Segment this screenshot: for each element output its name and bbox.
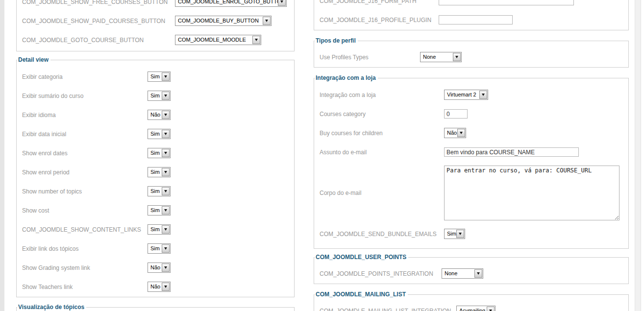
field-label: Exibir categoria: [22, 73, 148, 80]
select-value: Virtuemart 2: [445, 91, 479, 99]
row-j16-form-path: COM_JOOMDLE_J16_FORM_PATH: [314, 0, 628, 10]
field-label: COM_JOOMDLE_SHOW_PAID_COURSES_BUTTON: [22, 18, 175, 24]
select-value: Não: [149, 283, 162, 291]
show-paid-courses-button-select[interactable]: COM_JOOMDLE_BUY_BUTTON: [175, 16, 272, 26]
row-use-profiles-types: Use Profiles Types None: [314, 48, 628, 67]
j16-profile-plugin-input[interactable]: [439, 15, 513, 24]
field-label: Buy courses for children: [320, 130, 444, 137]
goto-course-button-select[interactable]: COM_JOOMDLE_MOODLE: [175, 35, 261, 45]
dropdown-arrow-icon: [162, 111, 170, 119]
j16-form-path-input[interactable]: [439, 0, 574, 5]
fieldset-mailing-list: COM_JOOMDLE_MAILING_LIST COM_JOOMDLE_MAI…: [314, 291, 629, 311]
row-goto-course-button: COM_JOOMDLE_GOTO_COURSE_BUTTON COM_JOOMD…: [17, 30, 294, 49]
field-label: Assunto do e-mail: [320, 149, 444, 156]
exibir-sumario-select[interactable]: Sim: [148, 91, 171, 101]
dropdown-arrow-icon: [479, 91, 487, 99]
exibir-link-topicos-select[interactable]: Sim: [148, 243, 171, 254]
field-label: Integração com a loja: [320, 92, 444, 98]
exibir-categoria-select[interactable]: Sim: [148, 72, 171, 82]
buy-courses-for-children-select[interactable]: Não: [444, 128, 466, 138]
mailing-list-integration-select[interactable]: Acymailing: [456, 306, 495, 311]
show-teachers-link-select[interactable]: Não: [148, 282, 171, 292]
dropdown-arrow-icon: [162, 225, 170, 234]
row-show-teachers-link: Show Teachers link Não: [17, 277, 294, 296]
dropdown-arrow-icon: [162, 72, 170, 81]
select-value: COM_JOOMDLE_MOODLE: [176, 36, 252, 44]
fieldset-legend: Detail view: [17, 56, 50, 64]
field-label: COM_JOOMDLE_SHOW_CONTENT_LINKS: [22, 226, 148, 233]
row-send-bundle-emails: COM_JOOMDLE_SEND_BUNDLE_EMAILS Sim: [314, 224, 628, 243]
dropdown-arrow-icon: [263, 17, 271, 25]
dropdown-arrow-icon: [453, 53, 461, 61]
show-cost-select[interactable]: Sim: [148, 205, 171, 215]
dropdown-arrow-icon: [162, 187, 170, 195]
right-scroll-track[interactable]: [635, 0, 641, 311]
show-enrol-dates-select[interactable]: Sim: [148, 148, 171, 158]
row-exibir-idioma: Exibir idioma Não: [17, 105, 294, 124]
use-profiles-types-select[interactable]: None: [420, 52, 462, 62]
dropdown-arrow-icon: [252, 36, 260, 44]
dropdown-arrow-icon: [162, 92, 170, 100]
show-content-links-select[interactable]: Sim: [148, 224, 171, 235]
field-label: Exibir idioma: [22, 112, 148, 119]
dropdown-arrow-icon: [162, 130, 170, 138]
row-j16-profile-plugin: COM_JOOMDLE_J16_PROFILE_PLUGIN: [314, 10, 628, 29]
dropdown-arrow-icon: [457, 129, 465, 137]
select-value: Não: [149, 111, 162, 119]
fieldset-j16: COM_JOOMDLE_J16_FORM_PATH COM_JOOMDLE_J1…: [314, 0, 629, 30]
select-value: None: [421, 53, 453, 61]
email-body-textarea[interactable]: Para entrar no curso, vá para: COURSE_UR…: [444, 166, 619, 220]
select-value: COM_JOOMDLE_ENROL_GOTO_BUTTON: [176, 0, 278, 6]
fieldset-legend: COM_JOOMDLE_MAILING_LIST: [315, 291, 408, 298]
email-subject-input[interactable]: [444, 147, 579, 157]
fieldset-legend: Tipos de perfil: [315, 37, 358, 45]
courses-category-input[interactable]: [444, 109, 468, 119]
send-bundle-emails-select[interactable]: Sim: [444, 229, 465, 239]
row-show-enrol-dates: Show enrol dates Sim: [17, 144, 294, 163]
exibir-data-inicial-select[interactable]: Sim: [148, 129, 171, 139]
row-store-integration: Integração com a loja Virtuemart 2: [314, 85, 628, 104]
select-value: Sim: [149, 92, 162, 100]
row-show-number-of-topics: Show number of topics Sim: [17, 182, 294, 201]
select-value: Sim: [149, 206, 162, 215]
show-grading-system-link-select[interactable]: Não: [148, 263, 171, 273]
select-value: Sim: [149, 225, 162, 234]
show-number-of-topics-select[interactable]: Sim: [148, 186, 171, 196]
field-label: Show number of topics: [22, 188, 148, 195]
select-value: Sim: [149, 187, 162, 195]
select-value: Sim: [149, 149, 162, 157]
select-value: None: [443, 269, 474, 278]
field-label: Show enrol period: [22, 169, 148, 176]
fieldset-store-integration: Integração com a loja Integração com a l…: [314, 74, 629, 249]
select-value: Não: [149, 263, 162, 272]
field-label: COM_JOOMDLE_GOTO_COURSE_BUTTON: [22, 37, 175, 44]
select-value: Sim: [149, 244, 162, 253]
fieldset-legend: Integração com a loja: [315, 74, 378, 82]
show-enrol-period-select[interactable]: Sim: [148, 167, 171, 177]
dropdown-arrow-icon: [456, 230, 464, 238]
select-value: Sim: [149, 168, 162, 176]
dropdown-arrow-icon: [474, 269, 482, 278]
field-label: Exibir data inicial: [22, 131, 148, 138]
fieldset-legend: Visualização de tópicos: [17, 304, 86, 311]
show-free-courses-button-select[interactable]: COM_JOOMDLE_ENROL_GOTO_BUTTON: [175, 0, 287, 7]
points-integration-select[interactable]: None: [442, 268, 483, 279]
dropdown-arrow-icon: [487, 307, 495, 311]
select-value: Sim: [445, 230, 456, 238]
dropdown-arrow-icon: [162, 149, 170, 157]
store-integration-select[interactable]: Virtuemart 2: [444, 90, 488, 100]
exibir-idioma-select[interactable]: Não: [148, 110, 171, 120]
row-mailing-list-integration: COM_JOOMDLE_MAILING_LIST_INTEGRATION Acy…: [314, 301, 628, 311]
field-label: COM_JOOMDLE_MAILING_LIST_INTEGRATION: [320, 308, 456, 311]
row-email-subject: Assunto do e-mail: [314, 143, 628, 162]
field-label: COM_JOOMDLE_J16_FORM_PATH: [320, 0, 439, 4]
row-exibir-sumario: Exibir sumário do curso Sim: [17, 86, 294, 105]
field-label: Exibir sumário do curso: [22, 93, 148, 99]
field-label: Use Profiles Types: [320, 54, 420, 61]
field-label: COM_JOOMDLE_SEND_BUNDLE_EMAILS: [320, 231, 444, 238]
dropdown-arrow-icon: [278, 0, 286, 6]
row-show-paid-courses-button: COM_JOOMDLE_SHOW_PAID_COURSES_BUTTON COM…: [17, 11, 294, 30]
row-exibir-link-topicos: Exibir link dos tópicos Sim: [17, 239, 294, 258]
row-show-free-courses-button: COM_JOOMDLE_SHOW_FREE_COURSES_BUTTON COM…: [17, 0, 294, 11]
dropdown-arrow-icon: [162, 206, 170, 215]
